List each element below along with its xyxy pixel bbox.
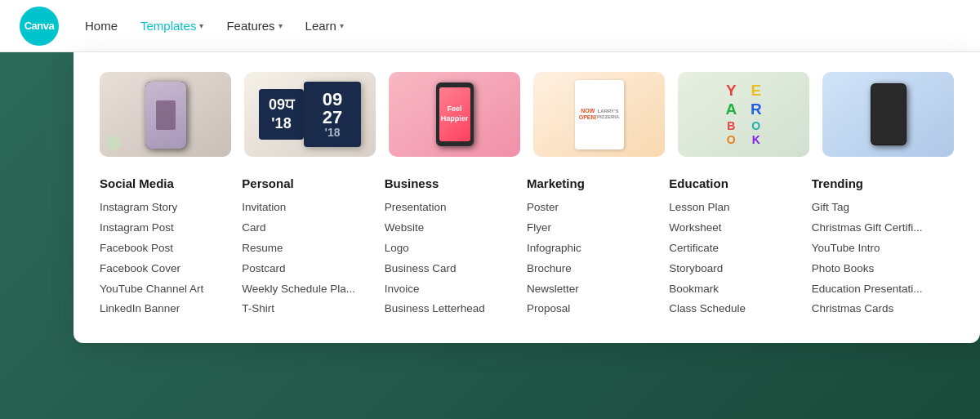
nav-learn-label: Learn	[305, 19, 336, 33]
col-trending-list: Gift Tag Christmas Gift Certifi... YouTu…	[812, 200, 947, 317]
nav-templates-label: Templates	[140, 19, 196, 33]
col-trending: Trending Gift Tag Christmas Gift Certifi…	[812, 176, 954, 317]
list-item: Invoice	[385, 282, 520, 297]
list-item: YouTube Channel Art	[100, 282, 235, 297]
business-thumb: FeelHappier	[389, 72, 520, 157]
col-business-title: Business	[385, 176, 520, 190]
list-item: Facebook Post	[100, 241, 235, 256]
infographic-link[interactable]: Infographic	[527, 241, 657, 256]
education-thumb: Y E A R B O O K	[678, 72, 809, 157]
list-item: Class Schedule	[669, 301, 804, 317]
resume-link[interactable]: Resume	[242, 241, 372, 256]
presentation-link[interactable]: Presentation	[385, 200, 515, 216]
list-item: Christmas Gift Certifi...	[812, 221, 947, 236]
class-schedule-link[interactable]: Class Schedule	[669, 301, 800, 317]
certificate-link[interactable]: Certificate	[669, 241, 800, 256]
learn-chevron-icon: ▾	[340, 21, 344, 30]
marketing-thumb: NOWOPEN!LARRY'SPIZZERIA	[533, 72, 665, 157]
marketing-thumb-inner: NOWOPEN!LARRY'SPIZZERIA	[575, 80, 624, 149]
list-item: Business Letterhead	[385, 301, 520, 317]
list-item: Instagram Post	[100, 221, 235, 236]
worksheet-link[interactable]: Worksheet	[669, 221, 800, 236]
list-item: Certificate	[669, 241, 804, 256]
col-trending-title: Trending	[812, 176, 947, 190]
category-columns: Social Media Instagram Story Instagram P…	[100, 176, 954, 317]
list-item: Infographic	[527, 241, 662, 256]
linkedin-banner-link[interactable]: LinkedIn Banner	[100, 301, 230, 317]
photo-books-link[interactable]: Photo Books	[812, 261, 942, 277]
bookmark-link[interactable]: Bookmark	[669, 282, 800, 297]
business-card-link[interactable]: Business Card	[385, 261, 515, 277]
nav-templates[interactable]: Templates ▾	[140, 19, 203, 33]
nav-features[interactable]: Features ▾	[226, 19, 282, 33]
brochure-link[interactable]: Brochure	[527, 261, 657, 277]
trending-thumb	[822, 72, 954, 157]
col-social-media-title: Social Media	[100, 176, 235, 190]
category-thumbnails: 09 27 '18 FeelHappier NOWOPEN!LARRY'SPIZ…	[100, 72, 954, 157]
list-item: Lesson Plan	[669, 200, 804, 216]
col-business: Business Presentation Website Logo Busin…	[385, 176, 527, 317]
nav-learn[interactable]: Learn ▾	[305, 19, 344, 33]
list-item: Presentation	[385, 200, 520, 216]
christmas-gift-cert-link[interactable]: Christmas Gift Certifi...	[812, 221, 942, 236]
list-item: Business Card	[385, 261, 520, 277]
education-presentation-link[interactable]: Education Presentati...	[812, 282, 942, 297]
list-item: Bookmark	[669, 282, 804, 297]
col-education: Education Lesson Plan Worksheet Certific…	[669, 176, 811, 317]
tshirt-link[interactable]: T-Shirt	[242, 301, 372, 317]
col-education-list: Lesson Plan Worksheet Certificate Storyb…	[669, 200, 804, 317]
logo-link[interactable]: Logo	[385, 241, 515, 256]
business-letterhead-link[interactable]: Business Letterhead	[385, 301, 515, 317]
list-item: YouTube Intro	[812, 241, 947, 256]
features-chevron-icon: ▾	[278, 21, 283, 30]
poster-link[interactable]: Poster	[527, 200, 657, 216]
nav-features-label: Features	[226, 19, 274, 33]
list-item: Facebook Cover	[100, 261, 235, 277]
col-marketing-list: Poster Flyer Infographic Brochure Newsle…	[527, 200, 662, 317]
nav-home[interactable]: Home	[85, 19, 118, 33]
invitation-link[interactable]: Invitation	[242, 200, 372, 216]
flyer-link[interactable]: Flyer	[527, 221, 657, 236]
nav-home-label: Home	[85, 19, 118, 33]
templates-dropdown: 09 27 '18 FeelHappier NOWOPEN!LARRY'SPIZ…	[74, 52, 980, 343]
header: Canva Home Templates ▾ Features ▾ Learn …	[0, 0, 980, 52]
instagram-story-link[interactable]: Instagram Story	[100, 200, 230, 216]
newsletter-link[interactable]: Newsletter	[527, 282, 657, 297]
proposal-link[interactable]: Proposal	[527, 301, 657, 317]
list-item: Postcard	[242, 261, 377, 277]
list-item: T-Shirt	[242, 301, 377, 317]
facebook-post-link[interactable]: Facebook Post	[100, 241, 230, 256]
list-item: Education Presentati...	[812, 282, 947, 297]
card-link[interactable]: Card	[242, 221, 372, 236]
storyboard-link[interactable]: Storyboard	[669, 261, 800, 277]
postcard-link[interactable]: Postcard	[242, 261, 372, 277]
col-personal-list: Invitation Card Resume Postcard Weekly S…	[242, 200, 377, 317]
youtube-channel-art-link[interactable]: YouTube Channel Art	[100, 282, 230, 297]
youtube-intro-link[interactable]: YouTube Intro	[812, 241, 942, 256]
list-item: Card	[242, 221, 377, 236]
gift-tag-link[interactable]: Gift Tag	[812, 200, 942, 216]
list-item: Photo Books	[812, 261, 947, 277]
col-social-media-list: Instagram Story Instagram Post Facebook …	[100, 200, 235, 317]
weekly-schedule-link[interactable]: Weekly Schedule Pla...	[242, 282, 372, 297]
main-nav: Home Templates ▾ Features ▾ Learn ▾	[85, 19, 344, 33]
list-item: Gift Tag	[812, 200, 947, 216]
canva-logo[interactable]: Canva	[20, 7, 59, 46]
instagram-post-link[interactable]: Instagram Post	[100, 221, 230, 236]
facebook-cover-link[interactable]: Facebook Cover	[100, 261, 230, 277]
lesson-plan-link[interactable]: Lesson Plan	[669, 200, 800, 216]
christmas-cards-link[interactable]: Christmas Cards	[812, 301, 942, 317]
templates-chevron-icon: ▾	[199, 21, 203, 30]
col-business-list: Presentation Website Logo Business Card …	[385, 200, 520, 317]
list-item: Flyer	[527, 221, 662, 236]
col-personal: Personal Invitation Card Resume Postcard…	[242, 176, 384, 317]
list-item: Weekly Schedule Pla...	[242, 282, 377, 297]
list-item: Website	[385, 221, 520, 236]
invoice-link[interactable]: Invoice	[385, 282, 515, 297]
list-item: Newsletter	[527, 282, 662, 297]
logo-text: Canva	[24, 20, 55, 32]
list-item: Resume	[242, 241, 377, 256]
list-item: LinkedIn Banner	[100, 301, 235, 317]
list-item: Instagram Story	[100, 200, 235, 216]
website-link[interactable]: Website	[385, 221, 515, 236]
